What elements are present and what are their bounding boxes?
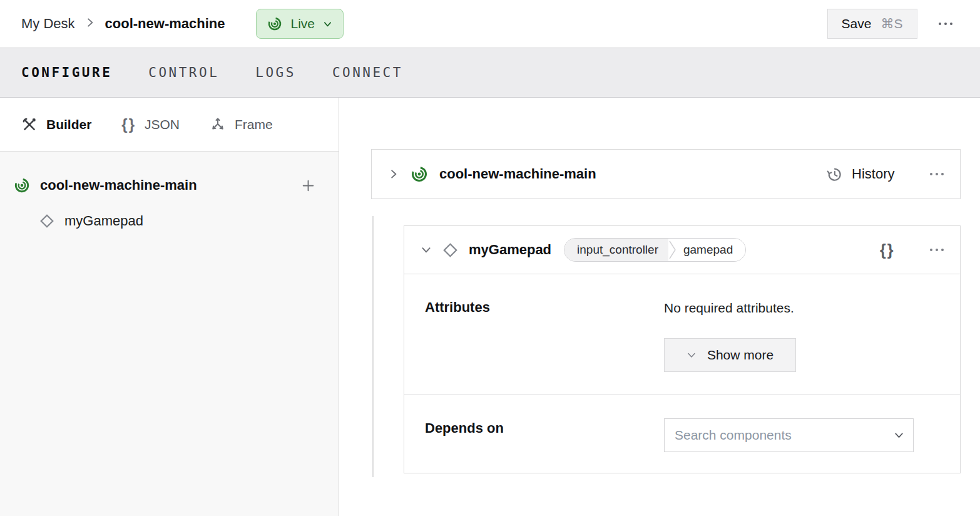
diamond-icon <box>442 242 459 259</box>
view-mode-switcher: Builder {} JSON Frame <box>0 98 339 152</box>
broadcast-icon <box>267 16 282 31</box>
breadcrumb-separator-icon <box>84 16 96 32</box>
configure-main-panel: cool-new-machine-main History <box>339 98 980 516</box>
configure-sidebar: Builder {} JSON Frame <box>0 98 339 516</box>
breadcrumb: My Desk cool-new-machine <box>21 16 225 32</box>
tree-guide-line <box>372 216 374 477</box>
chevron-down-icon[interactable] <box>894 430 904 441</box>
add-component-button[interactable] <box>300 178 316 194</box>
component-json-toggle[interactable]: {} <box>880 241 894 259</box>
top-bar: My Desk cool-new-machine Live Save ⌘S <box>0 0 980 48</box>
tree-machine-name: cool-new-machine-main <box>40 177 290 194</box>
mode-frame[interactable]: Frame <box>210 116 273 133</box>
breadcrumb-current: cool-new-machine <box>105 16 225 32</box>
chevron-down-icon[interactable] <box>421 244 432 255</box>
chevron-down-icon <box>687 350 697 360</box>
history-icon <box>826 166 843 183</box>
tab-logs[interactable]: LOGS <box>255 65 296 80</box>
live-status-dropdown[interactable]: Live <box>256 9 344 39</box>
chevron-down-icon <box>323 19 332 29</box>
save-button[interactable]: Save ⌘S <box>827 9 917 39</box>
attributes-label: Attributes <box>425 299 490 316</box>
badge-separator-icon <box>668 239 678 261</box>
machine-part-tree: cool-new-machine-main myGamepad <box>0 152 339 237</box>
frame-axes-icon <box>210 116 226 133</box>
braces-icon: {} <box>121 116 136 133</box>
machine-card-overflow-menu[interactable] <box>930 173 944 176</box>
mode-json[interactable]: {} JSON <box>121 116 180 133</box>
diamond-icon <box>39 213 55 229</box>
component-type: input_controller <box>564 239 668 261</box>
tools-icon <box>21 116 38 133</box>
tree-component-row[interactable]: myGamepad <box>0 205 339 237</box>
app-window: My Desk cool-new-machine Live Save ⌘S <box>0 0 980 516</box>
broadcast-icon <box>14 177 30 194</box>
save-shortcut-hint: ⌘S <box>880 16 902 31</box>
mode-json-label: JSON <box>145 117 180 132</box>
chevron-right-icon[interactable] <box>388 168 399 180</box>
component-card-header: myGamepad input_controller gamepad {} <box>404 226 960 274</box>
live-badge-label: Live <box>290 16 315 31</box>
mode-frame-label: Frame <box>235 117 273 132</box>
tab-connect[interactable]: CONNECT <box>332 65 403 80</box>
history-button-label: History <box>852 166 894 182</box>
depends-on-label: Depends on <box>425 420 504 436</box>
depends-on-search-input[interactable] <box>664 418 914 452</box>
depends-on-input-wrap <box>664 418 914 452</box>
component-type-badge: input_controller gamepad <box>564 238 746 262</box>
breadcrumb-parent-link[interactable]: My Desk <box>21 16 75 32</box>
mode-builder-label: Builder <box>46 117 91 132</box>
show-more-label: Show more <box>707 348 773 363</box>
machine-nav-tabs: CONFIGURE CONTROL LOGS CONNECT <box>0 48 980 98</box>
attributes-section: Attributes No required attributes. Show … <box>404 274 960 395</box>
show-more-button[interactable]: Show more <box>664 338 796 372</box>
component-name: myGamepad <box>469 242 551 258</box>
tab-control[interactable]: CONTROL <box>148 65 219 80</box>
save-button-label: Save <box>842 16 872 31</box>
component-card: myGamepad input_controller gamepad {} At… <box>404 225 961 473</box>
machine-part-title: cool-new-machine-main <box>439 166 596 182</box>
component-model: gamepad <box>678 239 745 261</box>
attributes-empty-text: No required attributes. <box>664 301 794 316</box>
top-bar-overflow-menu[interactable] <box>939 23 953 26</box>
machine-part-card-header: cool-new-machine-main History <box>371 149 961 199</box>
tab-configure[interactable]: CONFIGURE <box>21 65 112 80</box>
component-overflow-menu[interactable] <box>930 249 944 252</box>
depends-on-section: Depends on <box>404 395 960 473</box>
mode-builder[interactable]: Builder <box>21 116 91 133</box>
tree-component-name: myGamepad <box>64 213 143 229</box>
history-button[interactable]: History <box>826 166 894 183</box>
broadcast-icon <box>411 165 428 183</box>
tree-machine-row[interactable]: cool-new-machine-main <box>0 169 339 202</box>
